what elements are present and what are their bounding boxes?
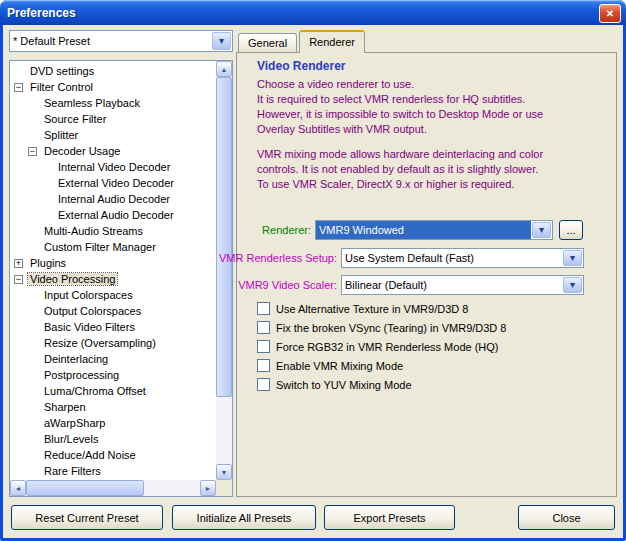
tree-item-output-colorspaces[interactable]: Output Colorspaces: [10, 303, 216, 319]
tree-item-label: Seamless Playback: [42, 97, 142, 109]
checkbox-row-enable-vmr-mixing-mode[interactable]: Enable VMR Mixing Mode: [257, 359, 506, 372]
collapse-icon[interactable]: −: [28, 147, 37, 156]
checkbox[interactable]: [257, 340, 270, 353]
preset-select[interactable]: * Default Preset: [9, 30, 233, 52]
dialog-body: * Default Preset DVD settings−Filter Con…: [3, 25, 623, 538]
tree-item-label: Filter Control: [28, 81, 95, 93]
expander-slot[interactable]: −: [14, 275, 28, 284]
tree-item-sharpen[interactable]: Sharpen: [10, 399, 216, 415]
titlebar[interactable]: Preferences: [0, 0, 626, 25]
close-icon[interactable]: [599, 4, 621, 23]
vmr-renderless-setup-value: Use System Default (Fast): [342, 249, 562, 267]
vmr-mixing-description: VMR mixing mode allows hardware deinterl…: [257, 147, 543, 192]
tab-general[interactable]: General: [238, 33, 297, 52]
tree-item-seamless-playback[interactable]: Seamless Playback: [10, 95, 216, 111]
renderer-select-value: VMR9 Windowed: [316, 221, 531, 239]
checkbox-label: Force RGB32 in VMR Renderless Mode (HQ): [276, 341, 499, 353]
checkbox-list: Use Alternative Texture in VMR9/D3D 8Fix…: [257, 302, 506, 391]
tree-item-label: Output Colorspaces: [42, 305, 143, 317]
preferences-dialog: Preferences * Default Preset DVD setting…: [0, 0, 626, 541]
renderer-tab-page: Video Renderer Choose a video renderer t…: [236, 52, 617, 497]
checkbox-row-force-rgb32-in-vmr-renderless-mode-hq[interactable]: Force RGB32 in VMR Renderless Mode (HQ): [257, 340, 506, 353]
tree-vertical-scrollbar[interactable]: [216, 61, 232, 480]
tree-item-reduce-add-noise[interactable]: Reduce/Add Noise: [10, 447, 216, 463]
tree-horizontal-scrollbar[interactable]: [10, 480, 216, 496]
tree-item-label: Decoder Usage: [42, 145, 122, 157]
tree-item-internal-audio-decoder[interactable]: Internal Audio Decoder: [10, 191, 216, 207]
tree-item-splitter[interactable]: Splitter: [10, 127, 216, 143]
scroll-right-icon[interactable]: [200, 480, 216, 496]
reset-current-preset-button[interactable]: Reset Current Preset: [11, 505, 163, 530]
tree-item-awarpsharp[interactable]: aWarpSharp: [10, 415, 216, 431]
tree-item-decoder-usage[interactable]: −Decoder Usage: [10, 143, 216, 159]
scroll-down-icon[interactable]: [216, 464, 232, 480]
window-title: Preferences: [7, 6, 76, 20]
tree-item-label: Rare Filters: [42, 465, 103, 477]
initialize-all-presets-button[interactable]: Initialize All Presets: [172, 505, 316, 530]
scrollbar-corner: [216, 480, 232, 496]
checkbox[interactable]: [257, 302, 270, 315]
tree-item-label: Internal Audio Decoder: [56, 193, 172, 205]
horizontal-scroll-thumb[interactable]: [26, 480, 144, 496]
tree-item-plugins[interactable]: +Plugins: [10, 255, 216, 271]
tab-renderer[interactable]: Renderer: [299, 30, 365, 53]
tree-item-label: Source Filter: [42, 113, 108, 125]
tab-strip: General Renderer: [238, 29, 365, 52]
checkbox-row-use-alternative-texture-in-vmr9-d3d-8[interactable]: Use Alternative Texture in VMR9/D3D 8: [257, 302, 506, 315]
chevron-down-icon[interactable]: [532, 222, 551, 238]
expander-slot[interactable]: −: [14, 83, 28, 92]
scroll-up-icon[interactable]: [216, 61, 232, 77]
tree-item-external-audio-decoder[interactable]: External Audio Decoder: [10, 207, 216, 223]
tree-item-video-processing[interactable]: −Video Processing: [10, 271, 216, 287]
tree-item-label: Sharpen: [42, 401, 88, 413]
tree-item-label: Splitter: [42, 129, 80, 141]
checkbox-label: Use Alternative Texture in VMR9/D3D 8: [276, 303, 468, 315]
collapse-icon[interactable]: −: [14, 83, 23, 92]
tree-item-dvd-settings[interactable]: DVD settings: [10, 63, 216, 79]
tree-item-label: Blur/Levels: [42, 433, 100, 445]
tree-item-label: External Audio Decoder: [56, 209, 176, 221]
chevron-down-icon[interactable]: [563, 250, 582, 266]
tree-item-label: aWarpSharp: [42, 417, 107, 429]
renderer-browse-button[interactable]: ...: [559, 220, 583, 240]
expander-slot[interactable]: +: [14, 259, 28, 268]
tree-item-rare-filters[interactable]: Rare Filters: [10, 463, 216, 479]
tree-item-postprocessing[interactable]: Postprocessing: [10, 367, 216, 383]
vmr9-video-scaler-select[interactable]: Bilinear (Default): [341, 275, 584, 295]
tree-item-deinterlacing[interactable]: Deinterlacing: [10, 351, 216, 367]
tree-item-source-filter[interactable]: Source Filter: [10, 111, 216, 127]
checkbox[interactable]: [257, 378, 270, 391]
tree-items: DVD settings−Filter ControlSeamless Play…: [10, 63, 216, 480]
tree-item-basic-video-filters[interactable]: Basic Video Filters: [10, 319, 216, 335]
tree-item-blur-levels[interactable]: Blur/Levels: [10, 431, 216, 447]
vertical-scroll-thumb[interactable]: [216, 77, 232, 397]
tree-item-filter-control[interactable]: −Filter Control: [10, 79, 216, 95]
tree-item-luma-chroma-offset[interactable]: Luma/Chroma Offset: [10, 383, 216, 399]
tree-item-external-video-decoder[interactable]: External Video Decoder: [10, 175, 216, 191]
expand-icon[interactable]: +: [14, 259, 23, 268]
checkbox[interactable]: [257, 321, 270, 334]
tree-item-label: Luma/Chroma Offset: [42, 385, 148, 397]
checkbox-row-fix-the-broken-vsync-tearing-in-vmr9-d3d-8[interactable]: Fix the broken VSync (Tearing) in VMR9/D…: [257, 321, 506, 334]
tree-item-resize-oversampling[interactable]: Resize (Oversampling): [10, 335, 216, 351]
tree-item-custom-filter-manager[interactable]: Custom Filter Manager: [10, 239, 216, 255]
tree-item-label: Custom Filter Manager: [42, 241, 158, 253]
tree-item-label: Input Colorspaces: [42, 289, 135, 301]
vmr-renderless-setup-select[interactable]: Use System Default (Fast): [341, 248, 584, 268]
tree-item-label: Reduce/Add Noise: [42, 449, 138, 461]
tree-item-input-colorspaces[interactable]: Input Colorspaces: [10, 287, 216, 303]
renderer-select[interactable]: VMR9 Windowed: [315, 220, 553, 240]
collapse-icon[interactable]: −: [14, 275, 23, 284]
export-presets-button[interactable]: Export Presets: [324, 505, 455, 530]
scroll-left-icon[interactable]: [10, 480, 26, 496]
checkbox-row-switch-to-yuv-mixing-mode[interactable]: Switch to YUV Mixing Mode: [257, 378, 506, 391]
chevron-down-icon[interactable]: [563, 277, 582, 293]
expander-slot[interactable]: −: [28, 147, 42, 156]
close-button[interactable]: Close: [518, 505, 615, 530]
tree-item-internal-video-decoder[interactable]: Internal Video Decoder: [10, 159, 216, 175]
checkbox-label: Switch to YUV Mixing Mode: [276, 379, 412, 391]
tree-item-label: Resize (Oversampling): [42, 337, 158, 349]
checkbox[interactable]: [257, 359, 270, 372]
chevron-down-icon[interactable]: [212, 32, 231, 50]
vmr-renderless-setup-label: VMR Renderless Setup:: [197, 252, 337, 264]
